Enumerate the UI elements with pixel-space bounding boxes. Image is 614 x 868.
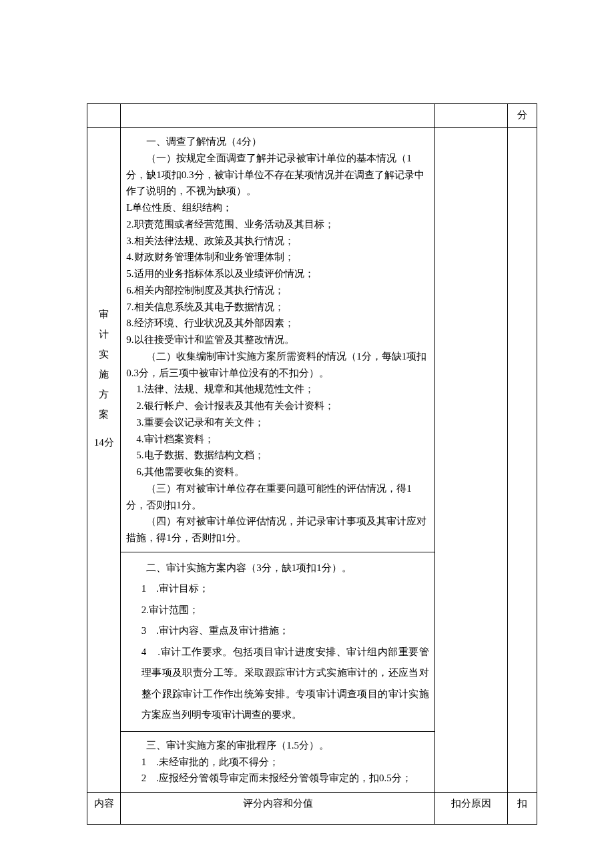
sec-b-item-1: 1 .审计目标； (126, 578, 428, 600)
sec-a-item: 9.以往接受审计和监管及其整改情况。 (126, 332, 428, 348)
section-b-content: 二、审计实施方案内容（3分，缺1项扣1分）。 1 .审计目标； 2.审计范围； … (121, 552, 434, 731)
section-c-content: 三、审计实施方案的审批程序（1.5分）。 1 .未经审批的，此项不得分； 2 .… (121, 731, 434, 792)
top-blank-3 (434, 104, 507, 128)
label-char: 计 (91, 324, 116, 344)
txt: .未经审批的，此项不得分； (156, 757, 279, 767)
sec-a-item: 2.职责范围或者经营范围、业务活动及其目标； (126, 216, 428, 233)
sec-c-item-2: 2 .应报经分管领导审定而未报经分管领导审定的，扣0.5分； (126, 770, 428, 787)
sec-a-item: 1.法律、法规、规章和其他规范性文件； (126, 381, 428, 398)
txt: .审计内容、重点及审计措施； (156, 625, 289, 636)
sec-a-item: 4.财政财务管理体制和业务管理体制； (126, 249, 428, 266)
label-char: 施 (91, 364, 116, 384)
sec-a-item: 5.适用的业务指标体系以及业绩评价情况； (126, 266, 428, 282)
txt: .审计目标； (156, 583, 209, 594)
num: 1 (141, 757, 147, 767)
sec-c-item-1: 1 .未经审批的，此项不得分； (126, 754, 428, 771)
sec-a-item: 7.相关信息系统及其电子数据情况； (126, 299, 428, 316)
label-char: 审 (91, 304, 116, 324)
sec-a-item: 2.银行帐户、会计报表及其他有关会计资料； (126, 398, 428, 414)
footer-col-1: 内容 (87, 793, 121, 825)
sec-a-item: 5.电子数据、数据结构文档； (126, 447, 428, 464)
footer-col-4: 扣 (508, 793, 537, 825)
label-char: 案 (91, 404, 116, 424)
sec-a-item: L单位性质、组织结构； (126, 199, 428, 216)
section-a-content: 一、调查了解情况（4分） （一）按规定全面调查了解并记录被审计单位的基本情况（1… (121, 128, 434, 552)
sec-a-sub3: （三）有对被审计单位存在重要问题可能性的评估情况，得1分，否则扣1分。 (126, 480, 428, 514)
footer-col-2: 评分内容和分值 (121, 793, 434, 825)
num: 2 (141, 773, 147, 783)
num: 1 (141, 583, 147, 594)
sec-b-item-3: 3 .审计内容、重点及审计措施； (126, 620, 428, 642)
sec-a-item: 8.经济环境、行业状况及其外部因素； (126, 315, 428, 332)
deduct-score-col (508, 128, 537, 793)
sec-a-sub4: （四）有对被审计单位评估情况，并记录审计事项及其审计应对措施，得1分，否则扣1分… (126, 513, 428, 546)
sec-a-title: 一、调查了解情况（4分） (126, 133, 428, 150)
sec-b-item-4: 4 .审计工作要求。包括项目审计进度安排、审计组内部重要管理事项及职责分工等。采… (126, 642, 428, 726)
sec-a-item: 3.相关法律法规、政策及其执行情况； (126, 233, 428, 250)
top-blank-2 (121, 104, 434, 128)
sec-b-item-2: 2.审计范围； (126, 600, 428, 621)
num: 4 (141, 646, 147, 657)
sec-a-item: 6,其他需要收集的资料。 (126, 464, 428, 480)
label-score: 14分 (91, 432, 116, 452)
sec-b-title: 二、审计实施方案内容（3分，缺1项扣1分）。 (126, 558, 428, 579)
footer-col-3: 扣分原因 (434, 793, 507, 825)
top-fen-cell: 分 (508, 104, 537, 128)
num: 3 (141, 625, 147, 636)
top-blank-1 (87, 104, 121, 128)
deduct-reason-col (434, 128, 507, 793)
sec-c-title: 三、审计实施方案的审批程序（1.5分）。 (126, 737, 428, 754)
sec-a-item: 6.相关内部控制制度及其执行情况； (126, 282, 428, 299)
txt: .应报经分管领导审定而未报经分管领导审定的，扣0.5分； (156, 773, 412, 783)
section-label-cell: 审 计 实 施 方 案 14分 (87, 128, 121, 793)
sec-a-item: 3.重要会议记录和有关文件； (126, 414, 428, 431)
sec-a-sub2: （二）收集编制审计实施方案所需资料的情况（1分，每缺1项扣0.3分，后三项中被审… (126, 348, 428, 382)
txt: .审计工作要求。包括项目审计进度安排、审计组内部重要管理事项及职责分工等。采取跟… (141, 646, 429, 721)
label-char: 方 (91, 384, 116, 404)
sec-a-item: 4.审计档案资料； (126, 431, 428, 448)
sec-a-sub1: （一）按规定全面调查了解并记录被审计单位的基本情况（1分，缺1项扣0.3分，被审… (126, 150, 428, 199)
scoring-table: 分 审 计 实 施 方 案 14分 一、调查了解情况（4分） （一）按规定全面调… (87, 103, 537, 825)
label-char: 实 (91, 344, 116, 364)
